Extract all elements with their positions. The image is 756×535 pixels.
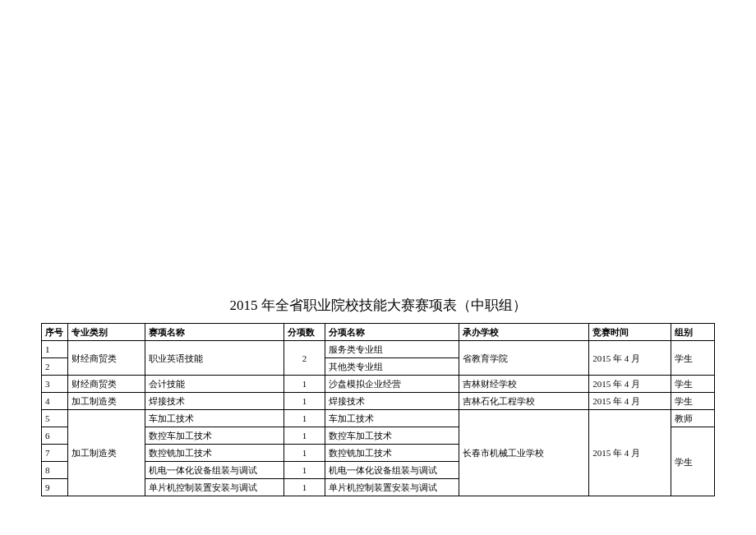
cell-subname: 车加工技术 [325,410,459,427]
cell-time: 2015 年 4 月 [589,410,671,496]
cell-school: 省教育学院 [459,341,589,376]
cell-school: 长春市机械工业学校 [459,410,589,496]
cell-name: 焊接技术 [145,393,284,410]
cell-subname: 单片机控制装置安装与调试 [325,479,459,496]
cell-seq: 8 [42,462,68,479]
cell-count: 1 [284,410,325,427]
header-count: 分项数 [284,324,325,341]
table-header-row: 序号 专业类别 赛项名称 分项数 分项名称 承办学校 竞赛时间 组别 [42,324,715,341]
header-group: 组别 [671,324,715,341]
header-seq: 序号 [42,324,68,341]
cell-seq: 5 [42,410,68,427]
cell-subname: 数控铣加工技术 [325,445,459,462]
cell-name: 车加工技术 [145,410,284,427]
cell-time: 2015 年 4 月 [589,393,671,410]
table-row: 5 加工制造类 车加工技术 1 车加工技术 长春市机械工业学校 2015 年 4… [42,410,715,427]
cell-count: 1 [284,393,325,410]
cell-subname: 焊接技术 [325,393,459,410]
header-school: 承办学校 [459,324,589,341]
header-name: 赛项名称 [145,324,284,341]
document-title: 2015 年全省职业院校技能大赛赛项表（中职组） [41,296,715,315]
cell-count: 1 [284,427,325,445]
cell-subname: 沙盘模拟企业经营 [325,376,459,393]
cell-group: 学生 [671,393,715,410]
cell-name: 数控车加工技术 [145,427,284,445]
table-row: 4 加工制造类 焊接技术 1 焊接技术 吉林石化工程学校 2015 年 4 月 … [42,393,715,410]
cell-count: 1 [284,462,325,479]
cell-seq: 4 [42,393,68,410]
cell-category: 加工制造类 [67,410,145,496]
cell-time: 2015 年 4 月 [589,341,671,376]
cell-name: 机电一体化设备组装与调试 [145,462,284,479]
competition-table: 序号 专业类别 赛项名称 分项数 分项名称 承办学校 竞赛时间 组别 1 财经商… [41,323,715,496]
cell-subname: 数控车加工技术 [325,427,459,445]
table-row: 1 财经商贸类 职业英语技能 2 服务类专业组 省教育学院 2015 年 4 月… [42,341,715,358]
cell-count: 2 [284,341,325,376]
cell-count: 1 [284,445,325,462]
cell-category: 财经商贸类 [67,341,145,376]
cell-name: 数控铣加工技术 [145,445,284,462]
cell-subname: 机电一体化设备组装与调试 [325,462,459,479]
cell-time: 2015 年 4 月 [589,376,671,393]
document-content: 2015 年全省职业院校技能大赛赛项表（中职组） 序号 专业类别 赛项名称 分项… [41,296,715,496]
cell-count: 1 [284,376,325,393]
cell-seq: 1 [42,341,68,358]
cell-group: 学生 [671,427,715,496]
cell-category: 财经商贸类 [67,376,145,393]
cell-group: 学生 [671,341,715,376]
cell-subname: 其他类专业组 [325,358,459,376]
cell-name: 会计技能 [145,376,284,393]
header-time: 竞赛时间 [589,324,671,341]
cell-school: 吉林财经学校 [459,376,589,393]
table-row: 3 财经商贸类 会计技能 1 沙盘模拟企业经营 吉林财经学校 2015 年 4 … [42,376,715,393]
cell-seq: 6 [42,427,68,445]
cell-group: 学生 [671,376,715,393]
cell-seq: 2 [42,358,68,376]
cell-seq: 9 [42,479,68,496]
cell-category: 加工制造类 [67,393,145,410]
cell-group: 教师 [671,410,715,427]
cell-school: 吉林石化工程学校 [459,393,589,410]
cell-name: 职业英语技能 [145,341,284,376]
cell-seq: 7 [42,445,68,462]
cell-count: 1 [284,479,325,496]
cell-name: 单片机控制装置安装与调试 [145,479,284,496]
header-subname: 分项名称 [325,324,459,341]
header-category: 专业类别 [67,324,145,341]
cell-subname: 服务类专业组 [325,341,459,358]
cell-seq: 3 [42,376,68,393]
